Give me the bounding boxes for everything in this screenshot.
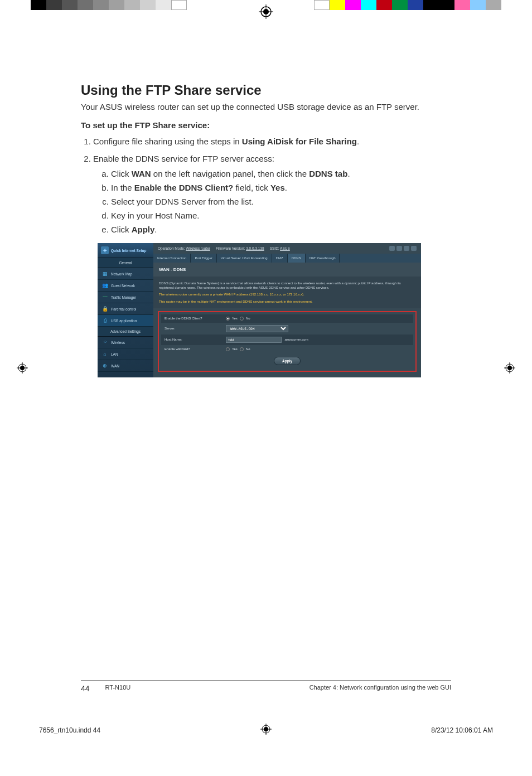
lan-icon: ⌂ [101, 351, 108, 357]
registration-mark-right-icon [504, 362, 515, 376]
step-2: Enable the DDNS service for FTP server a… [93, 153, 451, 235]
registration-mark-left-icon [17, 362, 28, 376]
panel-title: WAN - DDNS [153, 263, 421, 277]
subheading: To set up the FTP Share service: [81, 120, 451, 130]
indd-file: 7656_rtn10u.indd 44 [39, 726, 100, 734]
topbar: Operation Mode: Wireless router Firmware… [153, 243, 421, 254]
globe-icon: ⊕ [101, 363, 108, 368]
sidebar-item-traffic-manager[interactable]: 〰Traffic Manager [98, 292, 153, 303]
sidebar-item-wan[interactable]: ⊕WAN [98, 360, 153, 372]
sidebar: ✦ Quick Internet Setup General ▦Network … [98, 243, 153, 377]
wand-icon: ✦ [101, 246, 109, 254]
usb-icon: ⎙ [101, 318, 108, 323]
hostname-input[interactable] [226, 337, 282, 343]
ddns-description: DDNS (Dynamic Domain Name System) is a s… [153, 277, 421, 308]
quick-internet-setup[interactable]: ✦ Quick Internet Setup [98, 243, 153, 258]
client-status-icon[interactable] [396, 246, 402, 251]
network-map-icon: ▦ [101, 271, 108, 277]
step-2a: Click WAN on the left navigation panel, … [111, 168, 451, 180]
sidebar-item-network-map[interactable]: ▦Network Map [98, 268, 153, 280]
lock-icon: 🔒 [101, 306, 108, 312]
ddns-form: Enable the DDNS Client? Yes No Server: W… [158, 311, 417, 372]
page-heading: Using the FTP Share service [81, 83, 451, 98]
wildcard-yes-radio[interactable] [226, 347, 230, 351]
sitemap-icon[interactable] [411, 246, 417, 251]
print-footer: 7656_rtn10u.indd 44 8/23/12 10:06:01 AM [0, 718, 532, 746]
internet-status-icon[interactable] [404, 246, 409, 251]
traffic-manager-icon: 〰 [101, 294, 108, 300]
tab-internet-connection[interactable]: Internet Connection [153, 254, 191, 263]
step-2d: Key in your Host Name. [111, 210, 451, 221]
step-2e: Click Apply. [111, 224, 451, 235]
server-label: Server: [165, 327, 226, 330]
router-screenshot: ✦ Quick Internet Setup General ▦Network … [98, 243, 421, 377]
tab-ddns[interactable]: DDNS [288, 254, 306, 263]
wildcard-no-radio[interactable] [240, 347, 244, 351]
tab-dmz[interactable]: DMZ [272, 254, 288, 263]
page-footer: 44 RT-N10U Chapter 4: Network configurat… [81, 680, 451, 693]
wifi-icon: ⌔ [101, 340, 108, 345]
hostname-suffix: .asuscomm.com [284, 338, 308, 341]
model-name: RT-N10U [105, 684, 131, 693]
sidebar-item-parental-control[interactable]: 🔒Parental control [98, 303, 153, 315]
apply-button[interactable]: Apply [274, 357, 301, 365]
step-2b: In the Enable the DDNS Client? field, ti… [111, 182, 451, 193]
wildcard-label: Enable wildcard? [165, 347, 226, 351]
intro-text: Your ASUS wireless router can set up the… [81, 101, 451, 113]
step-2c: Select your DDNS Server from the list. [111, 196, 451, 207]
step-1: Configure file sharing using the steps i… [93, 135, 451, 147]
section-general: General [98, 258, 153, 268]
firmware-link[interactable]: 3.0.0.3.138 [246, 246, 264, 250]
enable-ddns-label: Enable the DDNS Client? [165, 317, 226, 320]
guest-network-icon: 👥 [101, 283, 108, 288]
print-datetime: 8/23/12 10:06:01 AM [431, 726, 493, 734]
sidebar-item-lan[interactable]: ⌂LAN [98, 348, 153, 360]
sidebar-item-wireless[interactable]: ⌔Wireless [98, 337, 153, 348]
sidebar-item-usb-application[interactable]: ⎙USB application [98, 315, 153, 327]
enable-ddns-yes-radio[interactable] [226, 317, 230, 321]
op-mode-link[interactable]: Wireless router [186, 246, 210, 250]
top-icons [389, 246, 417, 251]
section-advanced: Advanced Settings [98, 327, 153, 337]
registration-mark-icon [259, 4, 273, 21]
tab-port-trigger[interactable]: Port Trigger [191, 254, 216, 263]
page-number: 44 [81, 684, 90, 693]
usb-status-icon[interactable] [389, 246, 395, 251]
enable-ddns-no-radio[interactable] [240, 317, 244, 321]
tab-nat-passthrough[interactable]: NAT Passthrough [306, 254, 340, 263]
registration-mark-bottom-icon [100, 724, 431, 736]
ssid-link[interactable]: ASUS [280, 246, 290, 250]
sidebar-item-guest-network[interactable]: 👥Guest Network [98, 280, 153, 292]
tab-virtual-server[interactable]: Virtual Server / Port Forwarding [217, 254, 272, 263]
chapter-label: Chapter 4: Network configuration using t… [309, 684, 451, 693]
server-select[interactable]: WWW.ASUS.COM [226, 325, 288, 332]
wan-tabs: Internet Connection Port Trigger Virtual… [153, 254, 421, 263]
hostname-label: Host Name: [165, 338, 226, 341]
